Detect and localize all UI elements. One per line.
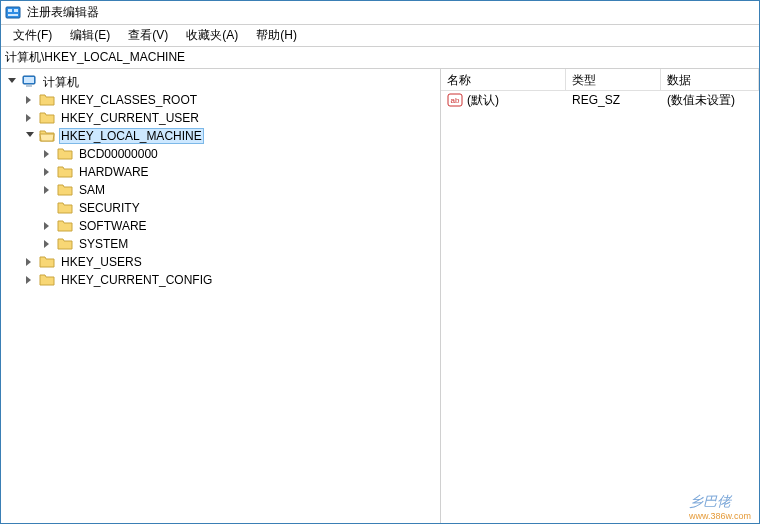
folder-icon [39, 272, 55, 288]
folder-icon [39, 254, 55, 270]
address-input[interactable] [1, 48, 759, 68]
computer-icon [21, 74, 37, 90]
chevron-right-icon[interactable] [41, 237, 55, 251]
tree-hive-hkcr[interactable]: HKEY_CLASSES_ROOT [1, 91, 440, 109]
chevron-down-icon[interactable] [23, 129, 37, 143]
chevron-right-icon[interactable] [23, 93, 37, 107]
tree-label: 计算机 [41, 73, 81, 92]
registry-editor-window: 注册表编辑器 文件(F) 编辑(E) 查看(V) 收藏夹(A) 帮助(H) [0, 0, 760, 524]
value-name: (默认) [467, 92, 499, 109]
title-bar: 注册表编辑器 [1, 1, 759, 25]
folder-open-icon [39, 128, 55, 144]
menu-view[interactable]: 查看(V) [120, 25, 176, 46]
folder-icon [57, 218, 73, 234]
menu-bar: 文件(F) 编辑(E) 查看(V) 收藏夹(A) 帮助(H) [1, 25, 759, 47]
tree-label: BCD00000000 [77, 146, 160, 162]
address-bar [1, 47, 759, 69]
tree-hive-hkcc[interactable]: HKEY_CURRENT_CONFIG [1, 271, 440, 289]
tree-hive-hkcu[interactable]: HKEY_CURRENT_USER [1, 109, 440, 127]
tree-key-software[interactable]: SOFTWARE [1, 217, 440, 235]
column-name[interactable]: 名称 [441, 69, 566, 90]
folder-icon [57, 236, 73, 252]
menu-favorites[interactable]: 收藏夹(A) [178, 25, 246, 46]
string-value-icon: ab [447, 92, 463, 108]
menu-help[interactable]: 帮助(H) [248, 25, 305, 46]
tree-label: HARDWARE [77, 164, 151, 180]
chevron-down-icon[interactable] [5, 75, 19, 89]
chevron-right-icon[interactable] [23, 111, 37, 125]
regedit-icon [5, 5, 21, 21]
svg-rect-1 [8, 9, 12, 12]
content-split: 计算机 HKEY_CLASSES_ROOT [1, 69, 759, 523]
folder-icon [57, 164, 73, 180]
svg-rect-0 [6, 7, 20, 18]
title-text: 注册表编辑器 [27, 4, 99, 21]
column-data[interactable]: 数据 [661, 69, 759, 90]
folder-icon [57, 200, 73, 216]
value-data: (数值未设置) [661, 92, 759, 109]
tree-hive-hku[interactable]: HKEY_USERS [1, 253, 440, 271]
tree-label: HKEY_CLASSES_ROOT [59, 92, 199, 108]
svg-rect-2 [14, 9, 18, 12]
folder-icon [39, 92, 55, 108]
svg-rect-5 [24, 77, 34, 83]
tree-key-system[interactable]: SYSTEM [1, 235, 440, 253]
tree-pane[interactable]: 计算机 HKEY_CLASSES_ROOT [1, 69, 441, 523]
expander-empty [41, 201, 55, 215]
tree-key-sam[interactable]: SAM [1, 181, 440, 199]
menu-edit[interactable]: 编辑(E) [62, 25, 118, 46]
value-row-default[interactable]: ab (默认) REG_SZ (数值未设置) [441, 91, 759, 109]
tree-label: SYSTEM [77, 236, 130, 252]
tree-label: HKEY_USERS [59, 254, 144, 270]
list-header: 名称 类型 数据 [441, 69, 759, 91]
chevron-right-icon[interactable] [41, 165, 55, 179]
tree-key-hardware[interactable]: HARDWARE [1, 163, 440, 181]
chevron-right-icon[interactable] [41, 219, 55, 233]
tree-hive-hklm[interactable]: HKEY_LOCAL_MACHINE [1, 127, 440, 145]
chevron-right-icon[interactable] [41, 183, 55, 197]
folder-icon [39, 110, 55, 126]
column-type[interactable]: 类型 [566, 69, 661, 90]
tree-key-bcd[interactable]: BCD00000000 [1, 145, 440, 163]
values-list-pane[interactable]: 名称 类型 数据 ab (默认) REG_SZ (数值未设置) [441, 69, 759, 523]
tree-label: SAM [77, 182, 107, 198]
tree-root-computer[interactable]: 计算机 [1, 73, 440, 91]
menu-file[interactable]: 文件(F) [5, 25, 60, 46]
svg-rect-6 [26, 85, 32, 87]
tree-label: HKEY_CURRENT_USER [59, 110, 201, 126]
folder-icon [57, 146, 73, 162]
tree-key-security[interactable]: SECURITY [1, 199, 440, 217]
chevron-right-icon[interactable] [23, 255, 37, 269]
chevron-right-icon[interactable] [23, 273, 37, 287]
chevron-right-icon[interactable] [41, 147, 55, 161]
folder-icon [57, 182, 73, 198]
svg-text:ab: ab [451, 96, 460, 105]
svg-rect-3 [8, 14, 18, 16]
tree-label: HKEY_LOCAL_MACHINE [59, 128, 204, 144]
value-type: REG_SZ [566, 93, 661, 107]
tree-label: HKEY_CURRENT_CONFIG [59, 272, 214, 288]
tree-label: SOFTWARE [77, 218, 149, 234]
tree-label: SECURITY [77, 200, 142, 216]
